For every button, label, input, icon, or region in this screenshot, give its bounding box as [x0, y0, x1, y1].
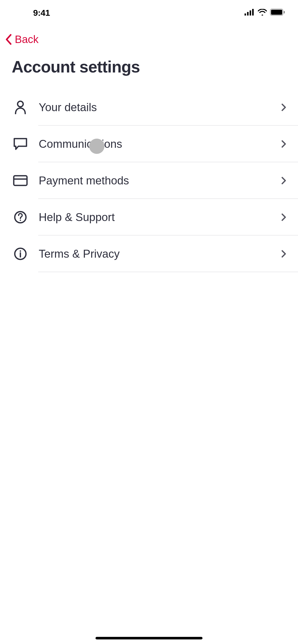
settings-list: Your details Communications Payment meth…	[0, 89, 298, 272]
svg-rect-6	[284, 11, 285, 13]
card-icon	[13, 173, 28, 188]
help-icon	[13, 210, 28, 225]
home-indicator	[96, 637, 202, 639]
chat-icon	[13, 136, 28, 152]
settings-item-terms-privacy[interactable]: Terms & Privacy	[0, 236, 298, 272]
svg-point-11	[20, 220, 21, 221]
settings-item-label: Payment methods	[28, 174, 280, 187]
chevron-right-icon	[280, 177, 288, 185]
settings-item-label: Communications	[28, 138, 280, 150]
svg-point-7	[18, 101, 23, 107]
settings-item-your-details[interactable]: Your details	[0, 89, 298, 126]
svg-rect-1	[247, 12, 249, 16]
svg-rect-2	[250, 10, 251, 16]
page-title: Account settings	[0, 50, 298, 89]
svg-rect-8	[14, 176, 27, 185]
user-icon	[13, 100, 28, 115]
svg-rect-0	[245, 13, 246, 16]
settings-item-label: Your details	[28, 101, 280, 114]
svg-rect-5	[271, 10, 282, 15]
settings-item-label: Terms & Privacy	[28, 247, 280, 260]
settings-item-communications[interactable]: Communications	[0, 126, 298, 162]
chevron-right-icon	[280, 103, 288, 111]
status-bar: 9:41	[0, 0, 298, 25]
wifi-icon	[258, 9, 267, 17]
chevron-right-icon	[280, 213, 288, 221]
back-label: Back	[15, 33, 38, 46]
battery-icon	[270, 9, 285, 17]
settings-item-label: Help & Support	[28, 211, 280, 224]
settings-item-payment-methods[interactable]: Payment methods	[0, 162, 298, 199]
settings-item-help-support[interactable]: Help & Support	[0, 199, 298, 236]
chevron-left-icon	[5, 33, 12, 46]
back-button[interactable]: Back	[0, 25, 298, 50]
info-icon	[13, 246, 28, 261]
status-time: 9:41	[33, 8, 50, 18]
status-icons	[245, 9, 285, 17]
svg-rect-3	[252, 9, 254, 16]
svg-point-13	[20, 250, 21, 252]
chevron-right-icon	[280, 140, 288, 148]
chevron-right-icon	[280, 250, 288, 258]
cellular-icon	[245, 9, 255, 17]
